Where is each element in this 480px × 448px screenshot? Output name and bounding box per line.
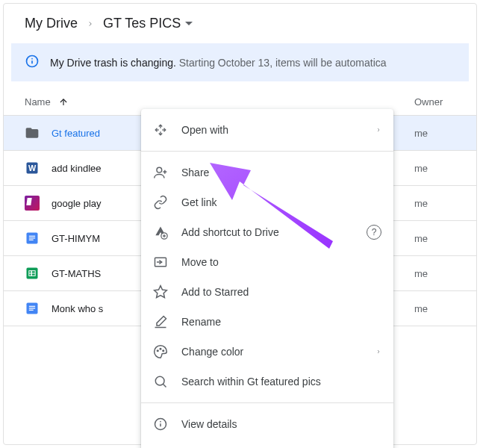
file-owner: me	[392, 128, 467, 139]
info-icon	[25, 54, 40, 71]
word-doc-icon: W	[25, 161, 40, 175]
google-doc-icon	[25, 301, 40, 316]
breadcrumb: My Drive GT Tes PICS	[4, 4, 476, 40]
svg-point-30	[163, 350, 164, 352]
file-owner: me	[392, 303, 467, 314]
menu-share[interactable]: Share	[141, 158, 393, 187]
svg-marker-26	[155, 286, 167, 298]
file-owner: me	[392, 163, 467, 174]
person-add-icon	[153, 165, 168, 180]
palette-icon	[153, 344, 168, 359]
svg-rect-8	[29, 237, 35, 238]
drive-shortcut-icon	[153, 225, 168, 240]
menu-label: Move to	[181, 256, 381, 268]
svg-line-32	[163, 384, 166, 387]
file-name: Gt featured	[52, 128, 100, 139]
move-to-icon	[153, 255, 168, 270]
menu-download[interactable]: Download	[141, 439, 393, 448]
menu-add-shortcut[interactable]: Add shortcut to Drive ?	[141, 217, 393, 247]
google-doc-icon	[25, 231, 40, 246]
google-sheet-icon	[25, 266, 40, 281]
menu-label: Rename	[181, 316, 381, 328]
menu-label: Get link	[181, 196, 381, 208]
svg-rect-16	[29, 308, 35, 308]
svg-rect-9	[29, 240, 34, 240]
file-owner: me	[392, 198, 467, 209]
open-with-icon	[153, 122, 168, 137]
info-icon	[153, 417, 168, 432]
menu-label: Share	[181, 167, 381, 178]
file-name: GT-HIMYM	[52, 233, 100, 244]
svg-point-31	[155, 376, 164, 385]
menu-label: Add shortcut to Drive	[181, 226, 353, 238]
context-menu: Open with Share Get link Add shortcut to…	[141, 109, 393, 448]
search-icon	[153, 374, 168, 389]
star-icon	[153, 284, 168, 299]
svg-text:W: W	[28, 164, 37, 172]
menu-divider	[141, 151, 393, 152]
svg-point-29	[160, 348, 161, 349]
sort-arrow-up-icon	[58, 97, 69, 108]
menu-move-to[interactable]: Move to	[141, 247, 393, 277]
file-name: google play	[52, 198, 102, 209]
svg-rect-17	[29, 310, 34, 311]
column-header-name[interactable]: Name	[4, 96, 392, 108]
column-name-label: Name	[25, 96, 51, 108]
column-header-owner[interactable]: Owner	[392, 96, 467, 108]
link-icon	[153, 195, 168, 210]
file-owner: me	[392, 268, 467, 279]
file-name: Monk who s	[52, 303, 103, 314]
file-name: GT-MATHS	[52, 268, 101, 279]
menu-open-with[interactable]: Open with	[141, 115, 393, 145]
file-owner: me	[392, 233, 467, 244]
menu-divider	[141, 402, 393, 403]
banner-text: My Drive trash is changing. Starting Oct…	[50, 57, 387, 69]
banner-bold: My Drive trash is changing.	[50, 57, 176, 69]
menu-label: Change color	[181, 346, 362, 358]
svg-point-2	[31, 58, 33, 60]
breadcrumb-root[interactable]: My Drive	[25, 16, 78, 31]
svg-point-28	[157, 350, 158, 352]
chevron-right-icon	[87, 16, 94, 31]
breadcrumb-current[interactable]: GT Tes PICS	[103, 16, 193, 31]
chevron-right-icon	[375, 347, 381, 356]
caret-down-icon	[185, 22, 193, 26]
svg-point-18	[157, 167, 162, 172]
svg-rect-7	[29, 236, 35, 237]
menu-rename[interactable]: Rename	[141, 307, 393, 337]
banner-rest: Starting October 13, items will be autom…	[179, 57, 387, 69]
image-thumbnail-icon	[25, 196, 40, 211]
menu-label: View details	[181, 418, 381, 430]
menu-add-starred[interactable]: Add to Starred	[141, 277, 393, 307]
menu-label: Open with	[181, 124, 362, 136]
svg-point-35	[160, 421, 161, 423]
folder-icon	[25, 125, 40, 140]
menu-search-within[interactable]: Search within Gt featured pics	[141, 367, 393, 396]
chevron-right-icon	[375, 125, 381, 134]
file-name: add kindlee	[52, 163, 102, 174]
rename-icon	[153, 314, 168, 329]
menu-view-details[interactable]: View details	[141, 409, 393, 439]
column-owner-label: Owner	[414, 96, 443, 108]
menu-get-link[interactable]: Get link	[141, 187, 393, 217]
breadcrumb-current-label: GT Tes PICS	[103, 16, 181, 31]
menu-label: Search within Gt featured pics	[181, 376, 381, 388]
info-banner: My Drive trash is changing. Starting Oct…	[11, 43, 469, 81]
svg-rect-15	[29, 306, 35, 307]
help-icon[interactable]: ?	[367, 225, 381, 240]
menu-label: Add to Starred	[181, 286, 381, 298]
menu-change-color[interactable]: Change color	[141, 337, 393, 367]
